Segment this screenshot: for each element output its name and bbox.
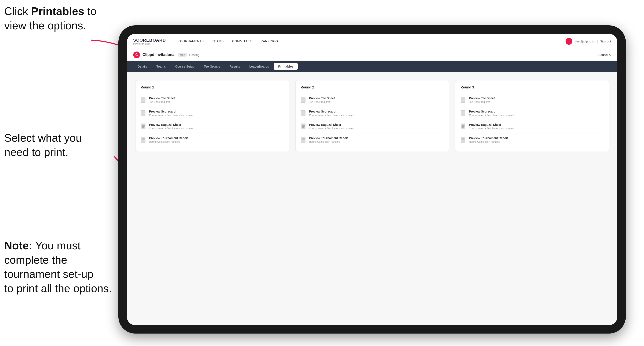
annotation-bottom: Note: You mustcomplete thetournament set… (4, 239, 118, 296)
svg-rect-25 (302, 114, 304, 114)
r3-teesheet-title: Preview Tee Sheet (469, 96, 495, 100)
svg-rect-27 (302, 125, 305, 126)
round-3-title: Round 3 (460, 85, 604, 89)
svg-rect-45 (462, 127, 464, 128)
r2-report-sub: Round Completion required (309, 140, 348, 143)
svg-rect-48 (462, 140, 464, 140)
tablet-screen: SCOREBOARD Powered by clippd TOURNAMENTS… (127, 34, 617, 325)
svg-rect-8 (142, 113, 144, 113)
round2-raguzzi[interactable]: Preview Raguzzi Sheet Course setup + Tee… (301, 120, 444, 133)
nav-teams[interactable]: TEAMS (208, 38, 228, 45)
document-icon (301, 97, 306, 104)
tab-results[interactable]: Results (225, 63, 244, 70)
round3-scorecard[interactable]: Preview Scorecard Course setup + Tee She… (460, 107, 604, 120)
svg-rect-17 (142, 141, 144, 141)
round2-scorecard[interactable]: Preview Scorecard Course setup + Tee She… (301, 107, 444, 120)
round2-tee-sheet[interactable]: Preview Tee Sheet Tee Sheet required (301, 94, 444, 107)
top-nav-links: TOURNAMENTS TEAMS COMMITTEE RANKINGS (174, 38, 565, 45)
svg-rect-39 (462, 112, 464, 112)
svg-rect-32 (302, 140, 305, 140)
r2-raguzzi-title: Preview Raguzzi Sheet (309, 123, 354, 127)
svg-rect-9 (142, 114, 144, 114)
round-2-title: Round 2 (301, 85, 444, 89)
hosting-status: Hosting (189, 53, 199, 57)
round-3-column: Round 3 Preview Tee Sheet Tee Sheet requ… (455, 80, 609, 152)
annotation-top-text: Click Printables toview the options. (4, 5, 96, 32)
tab-course-setup[interactable]: Course Setup (171, 63, 199, 70)
svg-rect-40 (462, 113, 464, 113)
tournament-badge: Men (178, 53, 187, 57)
tournament-header: C Clippd Invitational Men Hosting Cancel… (127, 49, 617, 61)
svg-rect-16 (142, 140, 144, 140)
r1-raguzzi-sub: Course setup + Tee Sheet data required (149, 127, 194, 130)
svg-rect-13 (142, 127, 144, 128)
round2-tournament-report[interactable]: Preview Tournament Report Round Completi… (301, 133, 444, 147)
svg-rect-35 (462, 99, 464, 99)
svg-rect-7 (142, 112, 144, 112)
document-icon (460, 124, 466, 130)
top-nav: SCOREBOARD Powered by clippd TOURNAMENTS… (127, 34, 617, 49)
r1-raguzzi-title: Preview Raguzzi Sheet (149, 123, 194, 127)
annotation-top: Click Printables toview the options. (4, 4, 106, 33)
r1-scorecard-title: Preview Scorecard (149, 110, 194, 113)
document-icon (460, 137, 466, 144)
svg-rect-47 (462, 139, 464, 139)
nav-tournaments[interactable]: TOURNAMENTS (174, 38, 208, 45)
round1-tournament-report[interactable]: Preview Tournament Report Round Completi… (140, 133, 284, 147)
r3-report-sub: Round Completion required (469, 140, 508, 143)
document-icon (140, 124, 146, 130)
tab-printables[interactable]: Printables (274, 63, 298, 70)
svg-rect-44 (462, 126, 464, 127)
svg-rect-41 (462, 114, 464, 114)
svg-rect-49 (462, 141, 464, 141)
tab-leaderboards[interactable]: Leaderboards (245, 63, 273, 70)
svg-rect-29 (302, 127, 304, 128)
round3-tee-sheet[interactable]: Preview Tee Sheet Tee Sheet required (460, 94, 604, 107)
document-icon (460, 97, 466, 104)
svg-rect-4 (142, 100, 144, 100)
document-icon (301, 137, 306, 144)
svg-rect-36 (462, 100, 464, 100)
svg-rect-33 (302, 141, 304, 141)
user-avatar (566, 38, 572, 45)
document-icon (301, 110, 306, 117)
sign-out-link[interactable]: Sign out (600, 40, 611, 43)
user-email: blair@clippd.io (575, 40, 594, 43)
document-icon (301, 124, 306, 130)
svg-rect-20 (302, 100, 305, 100)
document-icon (140, 97, 146, 104)
svg-rect-19 (302, 99, 305, 99)
r2-teesheet-sub: Tee Sheet required (309, 101, 335, 103)
r3-raguzzi-title: Preview Raguzzi Sheet (469, 123, 514, 127)
round3-tournament-report[interactable]: Preview Tournament Report Round Completi… (460, 133, 604, 147)
tab-teams[interactable]: Teams (152, 63, 170, 70)
tab-details[interactable]: Details (133, 63, 152, 70)
r2-report-title: Preview Tournament Report (309, 136, 348, 140)
main-content: Round 1 Preview Tee Sheet Tee Sheet requ… (127, 72, 617, 325)
svg-rect-12 (142, 126, 144, 127)
round1-tee-sheet[interactable]: Preview Tee Sheet Tee Sheet required (140, 94, 284, 107)
r1-scorecard-sub: Course setup + Tee Sheet data required (149, 114, 194, 117)
annotation-middle: Select what youneed to print. (4, 131, 110, 159)
svg-rect-23 (302, 112, 305, 112)
document-icon (140, 137, 146, 144)
round-1-title: Round 1 (140, 85, 284, 89)
round1-scorecard[interactable]: Preview Scorecard Course setup + Tee She… (140, 107, 284, 120)
r3-scorecard-title: Preview Scorecard (469, 110, 514, 113)
document-icon (140, 110, 146, 117)
round3-raguzzi[interactable]: Preview Raguzzi Sheet Course setup + Tee… (460, 120, 604, 133)
cancel-button[interactable]: Cancel ✕ (598, 53, 611, 57)
tab-tee-groups[interactable]: Tee Groups (200, 63, 224, 70)
svg-rect-31 (302, 139, 305, 139)
nav-committee[interactable]: COMMITTEE (228, 38, 256, 45)
r1-teesheet-sub: Tee Sheet required (149, 101, 175, 103)
round1-raguzzi[interactable]: Preview Raguzzi Sheet Course setup + Tee… (140, 120, 284, 133)
logo-title: SCOREBOARD (133, 38, 166, 43)
nav-rankings[interactable]: RANKINGS (257, 38, 282, 45)
r3-raguzzi-sub: Course setup + Tee Sheet data required (469, 127, 514, 130)
cancel-label: Cancel (598, 53, 608, 57)
svg-rect-15 (142, 139, 144, 139)
r3-teesheet-sub: Tee Sheet required (469, 101, 495, 103)
r2-teesheet-title: Preview Tee Sheet (309, 96, 335, 100)
nav-separator: | (597, 40, 598, 43)
